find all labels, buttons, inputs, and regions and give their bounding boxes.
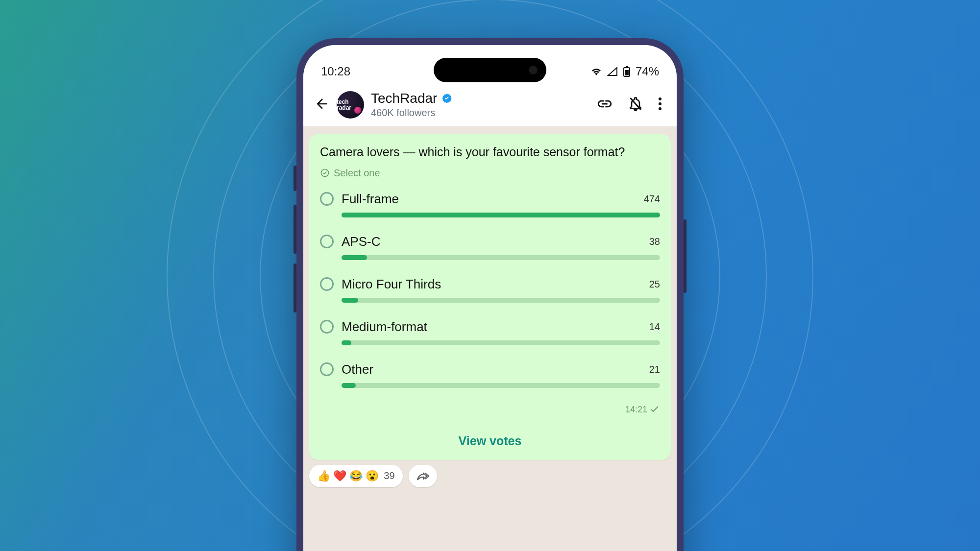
option-label: APS-C xyxy=(342,234,640,249)
option-label: Medium-format xyxy=(342,319,640,335)
poll-option[interactable]: Micro Four Thirds 25 xyxy=(320,277,660,303)
option-label: Micro Four Thirds xyxy=(342,277,640,292)
poll-select-hint: Select one xyxy=(320,168,660,179)
forward-button[interactable] xyxy=(409,465,437,487)
option-count: 25 xyxy=(640,279,660,290)
svg-point-4 xyxy=(659,97,662,100)
option-bar xyxy=(342,298,660,303)
channel-subtitle: 460K followers xyxy=(371,107,596,119)
reaction-count: 39 xyxy=(384,470,394,481)
channel-avatar[interactable]: tech radar xyxy=(337,91,364,119)
chat-header: tech radar TechRadar 460K followers xyxy=(303,83,677,126)
poll-option[interactable]: Other 21 xyxy=(320,362,660,388)
reactions-pill[interactable]: 👍 ❤️ 😂 😮 39 xyxy=(309,465,403,487)
poll-option[interactable]: Medium-format 14 xyxy=(320,319,660,345)
channel-title-block[interactable]: TechRadar 460K followers xyxy=(371,91,596,119)
verified-badge-icon xyxy=(441,93,453,104)
option-count: 14 xyxy=(640,321,660,333)
wifi-icon xyxy=(590,67,602,76)
reaction-emojis: 👍 ❤️ 😂 😮 xyxy=(317,470,379,482)
poll-message: Camera lovers — which is your favourite … xyxy=(309,134,671,460)
status-time: 10:28 xyxy=(321,65,350,78)
channel-name: TechRadar xyxy=(371,91,437,106)
option-label: Other xyxy=(342,362,640,377)
svg-point-6 xyxy=(659,107,662,110)
message-timestamp: 14:21 xyxy=(625,405,647,415)
radio-icon xyxy=(320,277,334,291)
svg-rect-2 xyxy=(625,70,629,75)
check-circle-icon xyxy=(320,168,330,178)
option-count: 21 xyxy=(640,364,660,375)
option-bar xyxy=(342,255,660,260)
message-meta: 14:21 xyxy=(320,405,660,420)
option-count: 474 xyxy=(640,193,660,205)
poll-option[interactable]: APS-C 38 xyxy=(320,234,660,260)
option-bar xyxy=(342,213,660,217)
radio-icon xyxy=(320,235,334,248)
phone-frame: 10:28 74% tech radar Tech xyxy=(296,38,684,551)
view-votes-button[interactable]: View votes xyxy=(320,422,660,460)
battery-icon xyxy=(623,66,631,77)
option-label: Full-frame xyxy=(342,192,640,207)
link-icon[interactable] xyxy=(596,96,613,114)
sent-check-icon xyxy=(650,406,660,413)
signal-icon xyxy=(607,67,618,76)
back-button[interactable] xyxy=(311,92,333,118)
forward-icon xyxy=(416,471,429,481)
status-battery: 74% xyxy=(636,65,659,78)
poll-option[interactable]: Full-frame 474 xyxy=(320,192,660,217)
radio-icon xyxy=(320,192,334,206)
option-bar xyxy=(342,340,660,345)
chat-body: Camera lovers — which is your favourite … xyxy=(303,126,677,495)
radio-icon xyxy=(320,320,334,334)
svg-rect-1 xyxy=(626,66,628,68)
radio-icon xyxy=(320,362,334,376)
option-bar xyxy=(342,383,660,388)
svg-point-5 xyxy=(659,102,662,105)
option-count: 38 xyxy=(640,236,660,247)
poll-question: Camera lovers — which is your favourite … xyxy=(320,144,660,161)
mute-icon[interactable] xyxy=(628,96,643,114)
more-menu-icon[interactable] xyxy=(658,96,662,113)
dynamic-island xyxy=(434,58,546,82)
